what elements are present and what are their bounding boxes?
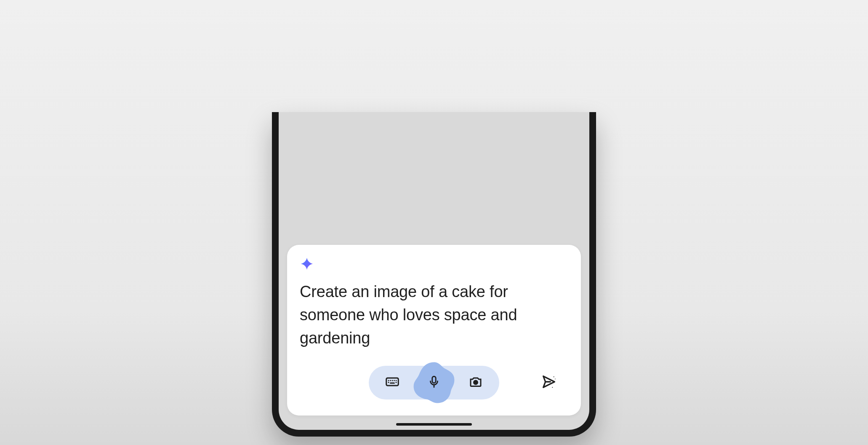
prompt-text[interactable]: Create an image of a cake for someone wh… — [300, 280, 568, 350]
input-mode-pill — [369, 366, 499, 399]
send-button[interactable] — [537, 371, 561, 394]
microphone-icon — [427, 375, 441, 391]
send-icon — [541, 373, 557, 392]
svg-point-15 — [552, 387, 553, 388]
svg-point-14 — [555, 379, 556, 380]
phone-screen: Create an image of a cake for someone wh… — [279, 112, 589, 430]
input-controls-row — [300, 362, 568, 404]
svg-point-13 — [554, 376, 554, 377]
keyboard-icon — [385, 374, 400, 391]
keyboard-button[interactable] — [372, 366, 413, 399]
sparkle-icon — [300, 257, 568, 273]
microphone-button[interactable] — [411, 359, 457, 406]
phone-mockup: Create an image of a cake for someone wh… — [272, 112, 596, 437]
camera-icon — [468, 374, 483, 391]
svg-point-11 — [474, 381, 478, 384]
svg-rect-9 — [432, 376, 436, 383]
home-indicator[interactable] — [396, 423, 472, 426]
phone-frame: Create an image of a cake for someone wh… — [272, 112, 596, 437]
camera-button[interactable] — [455, 366, 496, 399]
assistant-prompt-card: Create an image of a cake for someone wh… — [287, 245, 581, 416]
svg-rect-0 — [386, 378, 399, 386]
